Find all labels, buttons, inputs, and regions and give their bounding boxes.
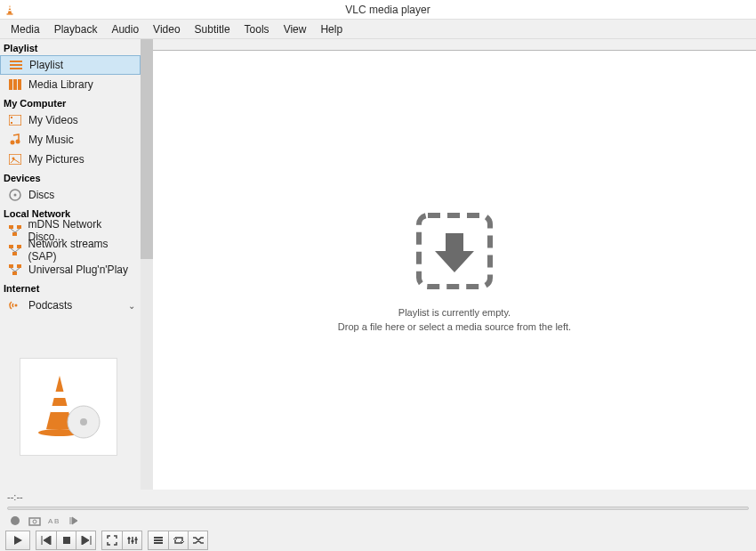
empty-line-2: Drop a file here or select a media sourc… xyxy=(338,320,571,334)
menu-subtitle[interactable]: Subtitle xyxy=(188,21,237,37)
svg-rect-42 xyxy=(154,537,163,539)
seek-slider[interactable] xyxy=(7,506,749,510)
next-button[interactable] xyxy=(76,531,95,549)
sidebar-item-label: Universal Plug'n'Play xyxy=(28,263,128,276)
empty-line-1: Playlist is currently empty. xyxy=(338,306,571,320)
menu-tools[interactable]: Tools xyxy=(237,21,277,37)
music-icon xyxy=(7,133,23,147)
svg-rect-0 xyxy=(9,7,12,8)
fullscreen-button[interactable] xyxy=(102,531,122,549)
sidebar-item-label: Playlist xyxy=(29,59,63,71)
sidebar-item-label: My Music xyxy=(28,134,74,146)
svg-point-32 xyxy=(80,418,87,425)
menu-video[interactable]: Video xyxy=(146,21,187,37)
svg-rect-6 xyxy=(9,79,12,90)
svg-point-12 xyxy=(11,141,15,145)
svg-rect-11 xyxy=(11,122,12,124)
sidebar-item-sap[interactable]: Network streams (SAP) xyxy=(0,240,141,260)
loop-button[interactable] xyxy=(168,531,188,549)
svg-rect-19 xyxy=(17,225,21,229)
previous-button[interactable] xyxy=(36,531,56,549)
menu-media[interactable]: Media xyxy=(4,21,47,37)
drop-icon xyxy=(410,207,499,296)
sidebar-item-media-library[interactable]: Media Library xyxy=(0,75,141,94)
svg-rect-43 xyxy=(154,539,163,541)
menu-view[interactable]: View xyxy=(277,21,314,37)
sidebar-item-my-videos[interactable]: My Videos xyxy=(0,110,141,130)
svg-rect-8 xyxy=(18,79,21,90)
sidebar-item-label: My Videos xyxy=(28,114,78,126)
svg-rect-22 xyxy=(17,245,21,248)
extended-settings-button[interactable] xyxy=(122,531,141,549)
sidebar: Playlist Playlist Media Library My Compu… xyxy=(0,39,141,490)
sidebar-item-label: Podcasts xyxy=(28,299,72,312)
svg-rect-2 xyxy=(7,13,13,14)
svg-rect-14 xyxy=(9,154,21,165)
svg-rect-21 xyxy=(9,245,13,248)
stop-button[interactable] xyxy=(56,531,76,549)
network-icon xyxy=(7,223,23,238)
svg-rect-3 xyxy=(10,61,22,62)
svg-point-13 xyxy=(16,140,20,144)
svg-rect-1 xyxy=(8,10,12,11)
sidebar-item-label: My Pictures xyxy=(28,153,84,166)
time-elapsed[interactable]: --:-- xyxy=(7,491,23,502)
sidebar-item-my-pictures[interactable]: My Pictures xyxy=(0,150,141,169)
svg-rect-10 xyxy=(11,117,12,118)
chevron-down-icon: ⌄ xyxy=(128,301,135,311)
play-button[interactable] xyxy=(6,531,29,549)
svg-rect-29 xyxy=(51,406,68,412)
svg-rect-28 xyxy=(53,392,66,398)
svg-rect-5 xyxy=(10,68,22,69)
podcast-icon xyxy=(7,298,23,312)
svg-text:A B: A B xyxy=(48,517,59,525)
svg-point-36 xyxy=(33,520,36,523)
svg-rect-23 xyxy=(12,252,17,255)
section-playlist: Playlist xyxy=(0,39,141,55)
svg-rect-39 xyxy=(127,538,130,539)
sidebar-item-playlist[interactable]: Playlist xyxy=(0,55,141,75)
playlist-content[interactable]: Playlist is currently empty. Drop a file… xyxy=(153,50,756,490)
window-title: VLC media player xyxy=(20,4,756,16)
sidebar-scrollbar[interactable] xyxy=(141,39,153,490)
atob-loop-button[interactable]: A B xyxy=(46,514,62,528)
sidebar-item-label: Media Library xyxy=(28,78,93,91)
svg-rect-25 xyxy=(17,264,21,268)
svg-rect-38 xyxy=(63,537,70,544)
section-my-computer: My Computer xyxy=(0,94,141,110)
svg-point-27 xyxy=(15,304,18,307)
frame-step-button[interactable] xyxy=(66,514,82,528)
svg-rect-35 xyxy=(29,518,40,525)
playlist-icon xyxy=(8,58,24,72)
svg-rect-26 xyxy=(12,271,17,275)
menu-playback[interactable]: Playback xyxy=(47,21,105,37)
menu-audio[interactable]: Audio xyxy=(104,21,146,37)
network-icon xyxy=(7,263,23,277)
video-icon xyxy=(7,113,23,127)
menubar: Media Playback Audio Video Subtitle Tool… xyxy=(0,20,756,39)
svg-rect-24 xyxy=(9,264,13,268)
sidebar-item-podcasts[interactable]: Podcasts ⌄ xyxy=(0,296,141,315)
svg-rect-44 xyxy=(154,542,163,544)
record-button[interactable] xyxy=(7,514,23,528)
app-logo xyxy=(0,4,20,16)
svg-rect-20 xyxy=(12,232,17,236)
sidebar-item-upnp[interactable]: Universal Plug'n'Play xyxy=(0,260,141,280)
sidebar-item-discs[interactable]: Discs xyxy=(0,185,141,205)
shuffle-button[interactable] xyxy=(188,531,207,549)
svg-point-17 xyxy=(14,194,17,197)
menu-help[interactable]: Help xyxy=(313,21,350,37)
section-devices: Devices xyxy=(0,169,141,185)
network-icon xyxy=(7,243,23,257)
library-icon xyxy=(7,77,23,92)
svg-rect-18 xyxy=(9,225,13,229)
svg-rect-9 xyxy=(9,115,21,126)
svg-rect-4 xyxy=(10,64,22,66)
picture-icon xyxy=(7,152,23,166)
svg-rect-40 xyxy=(131,540,133,542)
svg-rect-7 xyxy=(13,79,17,90)
snapshot-button[interactable] xyxy=(27,514,43,528)
sidebar-item-my-music[interactable]: My Music xyxy=(0,130,141,150)
playlist-toggle-button[interactable] xyxy=(149,531,168,549)
sidebar-item-label: Network streams (SAP) xyxy=(28,238,137,263)
